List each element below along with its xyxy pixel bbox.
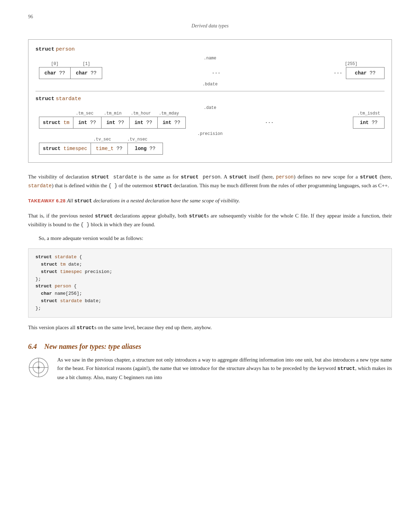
svg-point-4: [38, 366, 40, 369]
takeaway-label: TAKEAWAY 6.28: [28, 198, 66, 203]
struct-keyword-stardate: struct: [35, 96, 54, 102]
index-0: [0]: [39, 61, 71, 66]
takeaway-block: TAKEAWAY 6.28 All struct declarations in…: [28, 196, 392, 205]
char-cell-255: char ??: [346, 67, 385, 79]
struct-stardate-name: stardate: [56, 96, 81, 102]
index-1: [1]: [71, 61, 102, 66]
tv-nsec-label: .tv_nsec: [120, 137, 155, 142]
index-255: [255]: [332, 61, 370, 66]
struct-timespec-row: struct timespec time_t ?? long ??: [39, 143, 385, 155]
section-number: 6.4: [28, 343, 37, 350]
section-heading: 6.4 New names for types: type aliases: [28, 343, 392, 351]
struct-person-name: person: [56, 46, 75, 52]
struct-timespec-cell: struct timespec: [39, 143, 91, 155]
tm-hour-label: .tm_hour: [127, 111, 155, 116]
paragraph-3: So, a more adequate version would be as …: [28, 234, 392, 243]
int-cell-isdst: int ??: [353, 117, 385, 129]
divider-1: [35, 91, 385, 91]
tv-field-labels: .tv_sec .tv_nsec: [39, 137, 385, 142]
struct-keyword-person: struct: [35, 46, 54, 52]
char-cell-0: char ??: [39, 67, 71, 79]
struct-person-heading: struct person: [35, 46, 385, 52]
paragraph-4: This version places all structs on the s…: [28, 323, 392, 332]
int-cell-sec: int ??: [73, 117, 101, 129]
dots-3: ···: [186, 117, 353, 129]
icon-area: [28, 357, 54, 379]
long-cell: long ??: [128, 143, 163, 155]
int-cell-mday: int ??: [158, 117, 186, 129]
code-block: struct stardate { struct tm date; struct…: [28, 248, 392, 317]
struct-stardate-heading: struct stardate: [35, 96, 385, 102]
precision-label: .precision: [35, 131, 385, 136]
tm-field-labels: .tm_sec .tm_min .tm_hour .tm_mday .tm_is…: [39, 111, 385, 116]
int-cell-hour: int ??: [130, 117, 158, 129]
index-row: [0] [1] [255]: [39, 61, 385, 66]
tm-sec-label: .tm_sec: [71, 111, 99, 116]
page-header: Derived data types: [28, 23, 392, 29]
diagram-container: struct person .name [0] [1] [255] char ?…: [28, 39, 392, 163]
date-label: .date: [35, 105, 385, 110]
name-field-label: .name: [35, 56, 385, 61]
paragraph-1: The visibility of declaration struct sta…: [28, 173, 392, 190]
int-cell-min: int ??: [101, 117, 130, 129]
section-paragraph: As we saw in the previous chapter, a str…: [57, 356, 392, 382]
time-t-cell: time_t ??: [91, 143, 128, 155]
tm-min-label: .tm_min: [99, 111, 127, 116]
tv-sec-label: .tv_sec: [85, 137, 120, 142]
paragraph-2: That is, if the previous nested struct d…: [28, 212, 392, 229]
struct-tm-row: struct tm int ?? int ?? int ?? int ?? ··…: [39, 117, 385, 129]
char-array-row: char ?? char ?? ··· ··· char ??: [39, 67, 385, 79]
dots-1: ···: [102, 67, 330, 79]
bdate-label: .bdate: [35, 82, 385, 87]
section-content-area: As we saw in the previous chapter, a str…: [28, 356, 392, 387]
dots-2: ···: [330, 67, 346, 79]
tm-mday-label: .tm_mday: [155, 111, 183, 116]
takeaway-text: All struct declarations in a nested decl…: [67, 198, 239, 203]
char-cell-1: char ??: [71, 67, 102, 79]
page-number: 96: [28, 14, 392, 20]
beginner-icon: [28, 357, 49, 378]
struct-tm-cell: struct tm: [39, 117, 73, 129]
section-title: New names for types: type aliases: [44, 343, 141, 350]
tm-isdst-label: .tm_isdst: [353, 111, 385, 116]
